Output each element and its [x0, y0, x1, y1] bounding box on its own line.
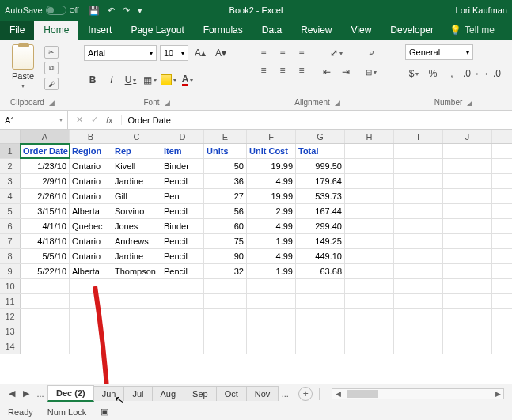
cell[interactable] [296, 324, 345, 339]
cell[interactable] [394, 234, 443, 248]
cell[interactable] [21, 339, 70, 354]
comma-format-button[interactable]: , [443, 65, 461, 82]
cell[interactable] [21, 279, 70, 293]
cell[interactable] [21, 294, 70, 308]
sheet-tab[interactable]: Sep [184, 386, 217, 401]
cell[interactable]: 75 [204, 234, 247, 248]
cell[interactable]: 2/26/10 [21, 189, 70, 203]
save-icon[interactable]: 💾 [89, 6, 100, 16]
tab-scroll-right[interactable]: ▶ [19, 387, 33, 401]
row-header[interactable]: 10 [0, 279, 21, 293]
cell[interactable] [247, 279, 296, 293]
cell[interactable] [112, 279, 161, 293]
cell[interactable] [204, 324, 247, 339]
cell[interactable] [161, 279, 204, 293]
italic-button[interactable]: I [103, 71, 120, 89]
cell[interactable]: Pencil [161, 264, 204, 278]
tab-view[interactable]: View [342, 21, 381, 40]
cell[interactable]: 299.40 [296, 219, 345, 233]
col-header[interactable]: G [296, 130, 345, 143]
percent-format-button[interactable]: % [424, 65, 442, 82]
fill-color-button[interactable] [160, 71, 177, 89]
cell[interactable]: Quebec [70, 219, 112, 233]
cell[interactable] [394, 189, 443, 203]
cell[interactable]: Jardine [112, 249, 161, 263]
cell[interactable]: 19.99 [247, 189, 296, 203]
cell[interactable] [112, 339, 161, 354]
cell[interactable] [394, 144, 443, 158]
sheet-tab-active[interactable]: Dec (2) [47, 385, 94, 402]
cell[interactable]: Ontario [70, 174, 112, 188]
col-header[interactable]: A [21, 130, 70, 143]
cell[interactable]: 1/23/10 [21, 159, 70, 173]
cell[interactable] [394, 324, 443, 339]
cell[interactable] [112, 294, 161, 308]
cell[interactable] [394, 249, 443, 263]
tab-developer[interactable]: Developer [381, 21, 443, 40]
cell[interactable]: Ontario [70, 234, 112, 248]
horizontal-scrollbar[interactable]: ◀ ▶ [332, 388, 504, 399]
cell[interactable] [296, 279, 345, 293]
align-left-button[interactable]: ≡ [255, 62, 272, 79]
cell[interactable]: Units [204, 144, 247, 158]
cell[interactable] [161, 309, 204, 324]
tell-me[interactable]: 💡 Tell me [443, 21, 501, 40]
cell[interactable]: Total [296, 144, 345, 158]
cell[interactable] [443, 159, 492, 173]
cell[interactable] [394, 204, 443, 218]
cell[interactable] [345, 249, 394, 263]
cell[interactable] [296, 294, 345, 308]
cell[interactable] [21, 309, 70, 324]
cancel-formula-icon[interactable]: ✕ [76, 115, 83, 125]
dialog-launcher-icon[interactable]: ◢ [335, 99, 340, 107]
cell[interactable] [443, 219, 492, 233]
row-header[interactable]: 9 [0, 264, 21, 278]
user-name[interactable]: Lori Kaufman [456, 6, 507, 15]
autosave-switch-icon[interactable] [46, 6, 66, 15]
cell[interactable]: 539.73 [296, 189, 345, 203]
bold-button[interactable]: B [84, 71, 101, 89]
cell[interactable] [70, 294, 112, 308]
cell[interactable] [443, 294, 492, 308]
col-header[interactable]: F [247, 130, 296, 143]
format-painter-button[interactable]: 🖌 [44, 78, 59, 90]
dialog-launcher-icon[interactable]: ◢ [165, 99, 170, 107]
macro-record-icon[interactable]: ▣ [101, 407, 108, 417]
col-header[interactable]: H [345, 130, 394, 143]
cell[interactable]: 60 [204, 219, 247, 233]
font-size-select[interactable]: 10▾ [160, 45, 188, 61]
align-center-button[interactable]: ≡ [274, 62, 291, 79]
col-header[interactable]: D [161, 130, 204, 143]
cell[interactable] [443, 324, 492, 339]
increase-decimal-button[interactable]: .0→ [462, 65, 481, 82]
cell[interactable]: Ontario [70, 159, 112, 173]
copy-button[interactable]: ⧉ [44, 62, 59, 74]
tab-review[interactable]: Review [291, 21, 341, 40]
cell[interactable] [394, 174, 443, 188]
tab-home[interactable]: Home [34, 21, 78, 40]
redo-icon[interactable]: ↷ [123, 6, 130, 16]
font-color-button[interactable]: A [179, 71, 196, 89]
cell[interactable] [70, 279, 112, 293]
tab-data[interactable]: Data [252, 21, 291, 40]
name-box[interactable]: A1▾ [0, 111, 68, 129]
cell[interactable]: 4/1/10 [21, 219, 70, 233]
cell[interactable] [394, 264, 443, 278]
enter-formula-icon[interactable]: ✓ [91, 115, 98, 125]
cell[interactable] [443, 204, 492, 218]
cell[interactable] [394, 279, 443, 293]
row-header[interactable]: 4 [0, 189, 21, 203]
cell[interactable] [345, 174, 394, 188]
cell[interactable]: Thompson [112, 264, 161, 278]
cell[interactable]: Order Date [21, 144, 70, 158]
cell[interactable]: Pencil [161, 234, 204, 248]
tab-formulas[interactable]: Formulas [194, 21, 252, 40]
cell[interactable]: 999.50 [296, 159, 345, 173]
cell[interactable] [112, 309, 161, 324]
font-name-select[interactable]: Arial▾ [84, 45, 157, 61]
tab-scroll-left[interactable]: ◀ [5, 387, 19, 401]
cell[interactable]: 4/18/10 [21, 234, 70, 248]
cell[interactable] [247, 324, 296, 339]
formula-input[interactable]: Order Date [122, 115, 512, 125]
cell[interactable]: 32 [204, 264, 247, 278]
